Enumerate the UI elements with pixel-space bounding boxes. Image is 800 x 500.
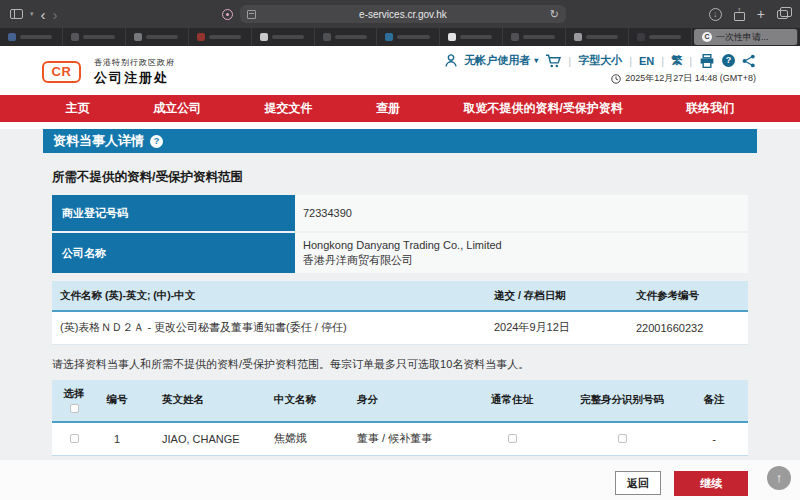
- browser-tab[interactable]: [0, 28, 63, 46]
- new-tab-icon[interactable]: +: [757, 7, 765, 21]
- table-row: 商业登记号码 72334390: [52, 195, 748, 231]
- doc-name-header: 文件名称 (英)-英文; (中)-中文: [52, 281, 486, 311]
- forward-button[interactable]: ›: [53, 7, 58, 22]
- user-caret-icon: ▾: [534, 56, 538, 65]
- browser-tab[interactable]: [315, 28, 378, 46]
- doc-ref-header: 文件参考编号: [628, 281, 748, 311]
- tab-favicon: C: [702, 32, 712, 42]
- reader-icon[interactable]: [247, 10, 256, 19]
- browser-tab[interactable]: [440, 28, 503, 46]
- select-row-checkbox[interactable]: [70, 434, 79, 443]
- font-size-control[interactable]: 字型大小: [578, 53, 622, 68]
- browser-tab[interactable]: [377, 28, 440, 46]
- extension-icon[interactable]: [222, 9, 233, 20]
- share-icon[interactable]: ↑: [734, 8, 745, 21]
- tab-favicon: [134, 33, 142, 41]
- url-text: e-services.cr.gov.hk: [256, 9, 550, 20]
- number-header: 编号: [96, 380, 138, 422]
- main-nav: 主页 成立公司 提交文件 查册 取览不提供的资料/受保护资料 联络我们: [0, 95, 800, 122]
- remark: -: [680, 422, 748, 456]
- chinese-name: 焦嫦娥: [254, 422, 336, 456]
- nav-search[interactable]: 查册: [376, 100, 400, 117]
- browser-tab[interactable]: [629, 28, 692, 46]
- scroll-to-top-button[interactable]: ↑: [767, 466, 791, 490]
- sidebar-caret-icon[interactable]: ▾: [30, 10, 34, 18]
- downloads-icon[interactable]: ↓: [709, 8, 722, 21]
- cart-icon[interactable]: [545, 54, 561, 68]
- english-name-header: 英文姓名: [138, 380, 254, 422]
- back-button[interactable]: 返回: [615, 471, 661, 495]
- nav-filing[interactable]: 提交文件: [265, 100, 313, 117]
- select-header: 选择: [52, 380, 96, 422]
- separator: |: [661, 55, 664, 67]
- print-icon[interactable]: [699, 54, 715, 68]
- browser-tab[interactable]: [189, 28, 252, 46]
- browser-tab[interactable]: [63, 28, 126, 46]
- current-datetime: 2025年12月27日 14:48 (GMT+8): [625, 72, 756, 85]
- capacity: 董事 / 候补董事: [336, 422, 460, 456]
- table-row: 1 JIAO, CHANGE 焦嫦娥 董事 / 候补董事 -: [52, 422, 748, 456]
- tab-title: 一次性申请...: [716, 31, 769, 44]
- doc-ref: 22001660232: [628, 311, 748, 344]
- browser-tab-bar: C 一次性申请...: [0, 28, 800, 46]
- nav-home[interactable]: 主页: [66, 100, 90, 117]
- doc-name: (英)表格ＮＤ２Ａ - 更改公司秘書及董事通知書(委任 / 停任): [52, 311, 486, 344]
- tab-favicon: [511, 33, 519, 41]
- user-icon: [445, 54, 457, 67]
- nav-protected-info[interactable]: 取览不提供的资料/受保护资料: [463, 100, 622, 117]
- cr-logo[interactable]: CR: [42, 61, 81, 83]
- chinese-name-header: 中文名称: [254, 380, 336, 422]
- table-header-row: 选择 编号 英文姓名 中文名称 身分 通常住址 完整身分识别号码 备注: [52, 380, 748, 422]
- back-button[interactable]: ‹: [41, 7, 46, 22]
- table-header-row: 文件名称 (英)-英文; (中)-中文 递交 / 存档日期 文件参考编号: [52, 281, 748, 311]
- section-help-icon[interactable]: ?: [150, 135, 163, 148]
- browser-tab[interactable]: [566, 28, 629, 46]
- help-icon[interactable]: ?: [722, 54, 735, 67]
- company-name-en: Hongkong Danyang Trading Co., Limited: [303, 238, 748, 253]
- tab-favicon: [260, 33, 268, 41]
- user-menu[interactable]: 无帐户使用者: [464, 53, 530, 68]
- page-subtitle: 所需不提供的资料/受保护资料范围: [52, 169, 748, 186]
- address-checkbox[interactable]: [508, 434, 517, 443]
- sidebar-icon[interactable]: [10, 9, 23, 19]
- separator: |: [689, 55, 692, 67]
- action-bar: 返回 继续: [0, 460, 800, 500]
- browser-toolbar: ▾ ‹ › e-services.cr.gov.hk ↻ ↓ ↑ +: [0, 0, 800, 28]
- brn-value: 72334390: [295, 195, 748, 231]
- browser-tab[interactable]: [503, 28, 566, 46]
- section-header: 资料当事人详情 ?: [43, 129, 757, 153]
- lang-en[interactable]: EN: [639, 55, 654, 67]
- address-bar[interactable]: e-services.cr.gov.hk ↻: [240, 5, 566, 23]
- tab-favicon: [8, 33, 16, 41]
- capacity-header: 身分: [336, 380, 460, 422]
- dept-name: 公司注册处: [94, 69, 175, 87]
- section-title: 资料当事人详情: [53, 132, 144, 150]
- select-all-checkbox[interactable]: [70, 404, 79, 413]
- continue-button[interactable]: 继续: [674, 471, 748, 496]
- tab-overview-icon[interactable]: [777, 10, 788, 19]
- company-name-zh: 香港丹洋商贸有限公司: [303, 253, 748, 268]
- nav-incorporation[interactable]: 成立公司: [153, 100, 201, 117]
- brand[interactable]: CR 香港特别行政区政府 公司注册处: [42, 57, 175, 87]
- table-row: 公司名称 Hongkong Danyang Trading Co., Limit…: [52, 233, 748, 273]
- separator: |: [568, 55, 571, 67]
- tab-favicon: [448, 33, 456, 41]
- share-icon[interactable]: [742, 54, 756, 68]
- tab-favicon: [385, 33, 393, 41]
- id-number-header: 完整身分识别号码: [564, 380, 680, 422]
- instruction-text: 请选择资料当事人和所需不提供的资料/受保护资料范围。每宗订单最多只可选取10名资…: [52, 357, 748, 372]
- row-number: 1: [96, 422, 138, 456]
- tab-favicon: [323, 33, 331, 41]
- nav-contact[interactable]: 联络我们: [686, 100, 734, 117]
- clock-icon: [611, 74, 621, 84]
- data-subjects-table: 选择 编号 英文姓名 中文名称 身分 通常住址 完整身分识别号码 备注 1 JI…: [52, 380, 748, 457]
- browser-tab-active[interactable]: C 一次性申请...: [694, 29, 798, 45]
- browser-tab[interactable]: [126, 28, 189, 46]
- tab-favicon: [197, 33, 205, 41]
- id-number-checkbox[interactable]: [618, 434, 627, 443]
- reload-icon[interactable]: ↻: [550, 9, 559, 20]
- lang-traditional[interactable]: 繁: [671, 53, 682, 68]
- page-content: 资料当事人详情 ? 所需不提供的资料/受保护资料范围 商业登记号码 723343…: [0, 129, 800, 460]
- browser-tab[interactable]: [252, 28, 315, 46]
- company-name-label: 公司名称: [52, 233, 295, 273]
